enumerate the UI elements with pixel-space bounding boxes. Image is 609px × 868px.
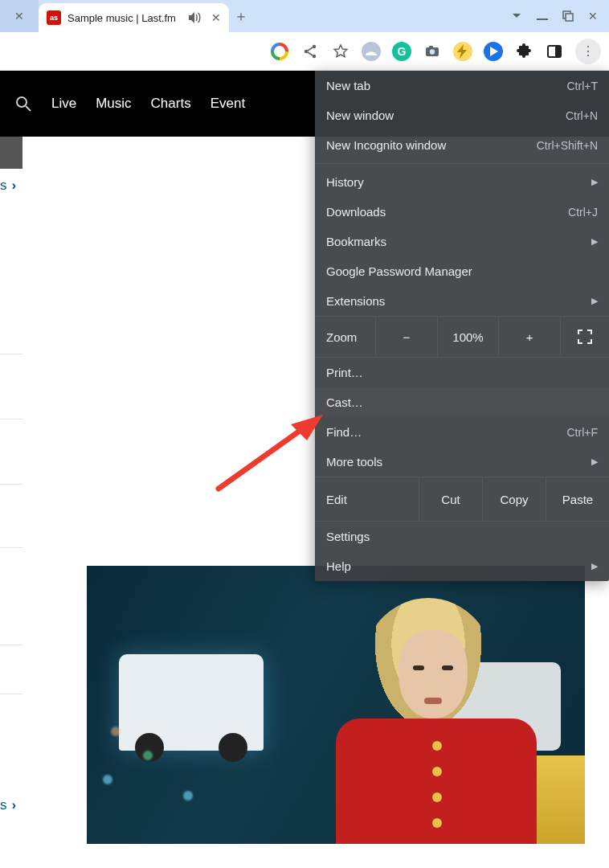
- menu-more-tools[interactable]: More tools▶: [315, 447, 609, 477]
- zoom-label: Zoom: [315, 317, 376, 357]
- svg-rect-2: [566, 14, 573, 21]
- nav-music[interactable]: Music: [96, 96, 131, 112]
- search-icon[interactable]: [14, 95, 32, 113]
- svg-rect-0: [537, 18, 548, 20]
- menu-copy[interactable]: Copy: [483, 477, 546, 521]
- browser-toolbar: G ⋮: [0, 32, 609, 71]
- nav-events[interactable]: Event: [210, 96, 245, 112]
- vpn-extension-icon[interactable]: [362, 42, 381, 61]
- chevron-right-icon: ›: [12, 797, 17, 813]
- chevron-right-icon: ▶: [591, 561, 598, 571]
- divider: [0, 547, 22, 548]
- menu-edit-row: Edit Cut Copy Paste: [315, 477, 609, 522]
- previous-tab[interactable]: ✕: [0, 0, 39, 32]
- zoom-value: 100%: [438, 317, 500, 357]
- sidebar-link-fragment-2: s›: [0, 797, 16, 813]
- menu-incognito[interactable]: New Incognito windowCtrl+Shift+N: [315, 130, 609, 160]
- camera-extension-icon[interactable]: [423, 42, 442, 61]
- menu-extensions[interactable]: Extensions▶: [315, 286, 609, 316]
- bolt-extension-icon[interactable]: [453, 42, 472, 61]
- svg-point-11: [17, 97, 27, 107]
- divider: [0, 694, 22, 694]
- extensions-icon[interactable]: [514, 42, 533, 61]
- share-icon[interactable]: [300, 42, 320, 61]
- bookmark-star-icon[interactable]: [331, 42, 350, 61]
- menu-paste[interactable]: Paste: [546, 477, 609, 521]
- menu-help[interactable]: Help▶: [315, 551, 609, 581]
- sidebar-link-fragment: s›: [0, 178, 16, 193]
- sidebar-thumbnail: [0, 137, 22, 169]
- divider: [0, 645, 22, 645]
- nav-live[interactable]: Live: [51, 96, 76, 112]
- menu-new-window[interactable]: New windowCtrl+N: [315, 100, 609, 130]
- menu-cast[interactable]: Cast…: [315, 387, 609, 417]
- svg-rect-8: [429, 46, 433, 48]
- menu-separator: [315, 163, 609, 164]
- zoom-in-button[interactable]: +: [499, 317, 561, 357]
- window-controls: ✕: [500, 0, 609, 32]
- svg-point-7: [430, 49, 435, 54]
- close-tab-icon[interactable]: ✕: [211, 11, 221, 24]
- chrome-menu-button[interactable]: ⋮: [575, 39, 601, 64]
- svg-rect-10: [555, 46, 561, 57]
- active-tab[interactable]: as Sample music | Last.fm ✕: [39, 3, 229, 32]
- menu-history[interactable]: History▶: [315, 167, 609, 197]
- svg-line-12: [26, 106, 31, 111]
- menu-cut[interactable]: Cut: [419, 477, 483, 521]
- menu-downloads[interactable]: DownloadsCtrl+J: [315, 197, 609, 227]
- menu-bookmarks[interactable]: Bookmarks▶: [315, 227, 609, 256]
- chevron-right-icon: ▶: [591, 296, 598, 306]
- chevron-right-icon: ▶: [591, 177, 598, 187]
- play-extension-icon[interactable]: [484, 42, 503, 61]
- maximize-icon[interactable]: [562, 10, 574, 22]
- divider: [0, 354, 22, 354]
- tab-title: Sample music | Last.fm: [67, 12, 176, 24]
- side-panel-icon[interactable]: [545, 42, 564, 61]
- menu-zoom-row: Zoom − 100% +: [315, 316, 609, 358]
- chevron-right-icon: ▶: [591, 236, 598, 247]
- google-icon[interactable]: [270, 42, 289, 61]
- new-tab-button[interactable]: ＋: [229, 0, 253, 32]
- divider: [0, 419, 22, 420]
- grammarly-extension-icon[interactable]: G: [392, 42, 411, 61]
- edit-label: Edit: [315, 477, 419, 521]
- zoom-out-button[interactable]: −: [376, 317, 438, 357]
- menu-find[interactable]: Find…Ctrl+F: [315, 417, 609, 447]
- tab-search-icon[interactable]: [511, 10, 522, 22]
- menu-password-manager[interactable]: Google Password Manager: [315, 256, 609, 286]
- tab-strip: ✕ as Sample music | Last.fm ✕ ＋ ✕: [0, 0, 609, 32]
- menu-settings[interactable]: Settings: [315, 522, 609, 551]
- mute-icon[interactable]: [189, 12, 202, 23]
- minimize-icon[interactable]: [537, 10, 548, 22]
- close-window-icon[interactable]: ✕: [588, 10, 598, 23]
- chevron-right-icon: ›: [12, 178, 17, 194]
- menu-new-tab[interactable]: New tabCtrl+T: [315, 71, 609, 100]
- fullscreen-button[interactable]: [561, 317, 609, 357]
- nav-charts[interactable]: Charts: [151, 96, 191, 112]
- menu-print[interactable]: Print…: [315, 358, 609, 387]
- svg-line-13: [219, 421, 313, 489]
- chrome-menu: New tabCtrl+T New windowCtrl+N New Incog…: [315, 71, 609, 581]
- sidebar-link-text[interactable]: s: [0, 797, 7, 813]
- chevron-right-icon: ▶: [591, 457, 598, 467]
- featured-music-image[interactable]: [87, 566, 585, 844]
- lastfm-favicon: as: [47, 10, 61, 25]
- divider: [0, 484, 22, 485]
- sidebar-link-text[interactable]: s: [0, 178, 7, 194]
- close-icon[interactable]: ✕: [14, 10, 24, 23]
